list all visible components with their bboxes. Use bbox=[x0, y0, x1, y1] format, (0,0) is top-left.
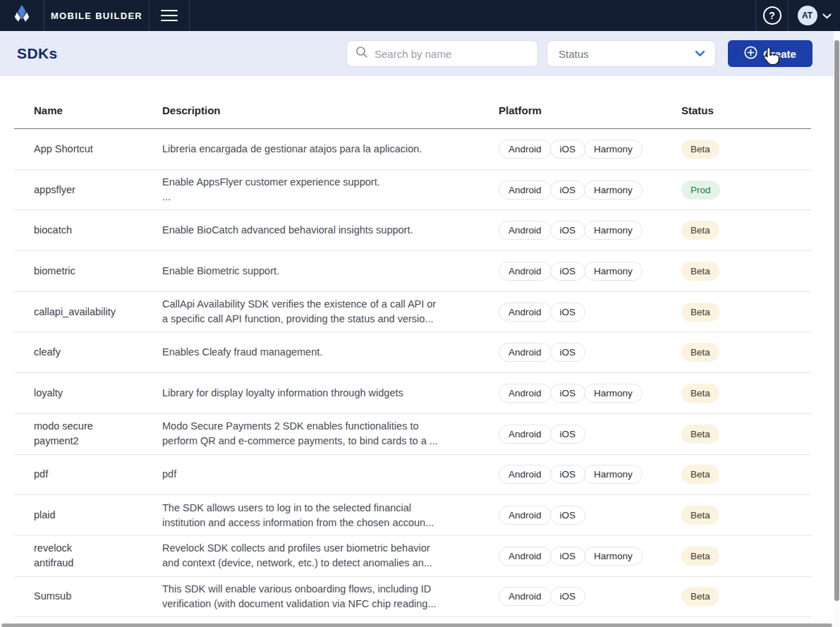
status-badge: Beta bbox=[681, 140, 719, 159]
sdk-name: Sumsub bbox=[14, 589, 162, 604]
search-box bbox=[346, 40, 538, 67]
search-input[interactable] bbox=[375, 48, 529, 60]
platform-chip-android: Android bbox=[499, 303, 552, 322]
platform-chips: AndroidiOSHarmony bbox=[499, 181, 681, 200]
sdk-description: Enable BioCatch advanced behavioral insi… bbox=[162, 223, 499, 238]
table-row[interactable]: loyalty Library for display loyalty info… bbox=[14, 373, 811, 414]
status-filter-select[interactable]: Status bbox=[547, 40, 716, 67]
status-badge: Beta bbox=[681, 587, 719, 606]
platform-chip-android: Android bbox=[499, 140, 552, 159]
platform-chips: AndroidiOSHarmony bbox=[499, 465, 681, 484]
sdk-name: plaid bbox=[14, 508, 162, 523]
navbar-spacer bbox=[190, 0, 755, 31]
platform-chip-ios: iOS bbox=[550, 425, 586, 444]
platform-chip-android: Android bbox=[499, 547, 552, 566]
platform-chip-android: Android bbox=[499, 587, 552, 606]
gem-logo-icon bbox=[12, 4, 32, 28]
toggle-knob bbox=[738, 395, 752, 409]
table-row[interactable]: biometric Enable Biometric support. Andr… bbox=[14, 251, 811, 292]
horizontal-scrollbar[interactable] bbox=[0, 623, 840, 627]
sdk-name: modo secure payment2 bbox=[14, 419, 162, 449]
toggle-knob bbox=[738, 273, 752, 287]
platform-chip-harmony: Harmony bbox=[584, 465, 643, 484]
toggle-knob bbox=[738, 558, 752, 572]
toggle-knob bbox=[738, 314, 752, 328]
status-filter-label: Status bbox=[559, 48, 589, 60]
vertical-scrollbar[interactable] bbox=[834, 31, 840, 627]
sdk-description: pdf bbox=[162, 467, 499, 482]
platform-chips: AndroidiOS bbox=[499, 425, 681, 444]
page-header: SDKs Status Create bbox=[0, 31, 840, 76]
platform-chips: AndroidiOSHarmony bbox=[499, 262, 681, 281]
toggle-knob bbox=[738, 599, 752, 613]
sdk-name: revelock antifraud bbox=[14, 541, 162, 571]
menu-button[interactable] bbox=[150, 0, 189, 31]
platform-chip-android: Android bbox=[499, 262, 552, 281]
status-badge: Beta bbox=[681, 465, 719, 484]
platform-chip-android: Android bbox=[499, 343, 552, 362]
sdk-name: biocatch bbox=[14, 223, 162, 238]
sdk-table-header: Name Description Platform Status bbox=[14, 76, 811, 129]
brand-title: MOBILE BUILDER bbox=[44, 0, 149, 31]
sdk-table-body: App Shortcut Libreria encargada de gesti… bbox=[14, 129, 811, 617]
status-badge: Beta bbox=[681, 384, 719, 403]
table-row[interactable]: cleafy Enables Cleafy fraud management. … bbox=[14, 332, 811, 373]
status-badge: Beta bbox=[681, 506, 719, 525]
help-icon: ? bbox=[763, 6, 781, 25]
sdk-name: callapi_availability bbox=[14, 305, 162, 319]
user-menu[interactable]: AT bbox=[789, 0, 840, 31]
platform-chips: AndroidiOSHarmony bbox=[499, 140, 681, 159]
table-row[interactable]: App Shortcut Libreria encargada de gesti… bbox=[14, 129, 811, 170]
status-badge: Beta bbox=[681, 221, 719, 240]
status-badge: Beta bbox=[681, 262, 719, 281]
platform-chip-android: Android bbox=[499, 465, 552, 484]
create-button[interactable]: Create bbox=[728, 40, 812, 67]
sdk-description: Enable Biometric support. bbox=[162, 264, 499, 279]
help-button[interactable]: ? bbox=[756, 0, 788, 31]
platform-chip-android: Android bbox=[499, 384, 552, 403]
platform-chips: AndroidiOSHarmony bbox=[499, 384, 681, 403]
table-row[interactable]: plaid The SDK allows users to log in to … bbox=[14, 495, 811, 536]
horizontal-scrollbar-thumb[interactable] bbox=[1, 623, 832, 627]
sdk-name: App Shortcut bbox=[14, 142, 162, 157]
platform-chip-ios: iOS bbox=[550, 465, 586, 484]
table-row[interactable]: pdf pdf AndroidiOSHarmony Beta bbox=[14, 455, 811, 496]
sdk-name: loyalty bbox=[14, 386, 162, 401]
platform-chip-ios: iOS bbox=[550, 587, 586, 606]
sdk-description: Revelock SDK collects and profiles user … bbox=[162, 541, 499, 571]
column-header-name: Name bbox=[14, 104, 162, 116]
platform-chip-android: Android bbox=[499, 221, 552, 240]
platform-chip-android: Android bbox=[499, 425, 552, 444]
platform-chip-ios: iOS bbox=[550, 384, 586, 403]
table-row[interactable]: modo secure payment2 Modo Secure Payment… bbox=[14, 414, 811, 455]
platform-chip-android: Android bbox=[499, 506, 552, 525]
platform-chips: AndroidiOS bbox=[499, 587, 681, 606]
table-row[interactable]: Sumsub This SDK will enable various onbo… bbox=[14, 577, 811, 618]
table-row[interactable]: appsflyer Enable AppsFlyer customer expe… bbox=[14, 170, 811, 211]
search-icon bbox=[355, 46, 368, 61]
toggle-knob bbox=[738, 477, 752, 491]
brand-logo[interactable] bbox=[0, 0, 44, 31]
sdk-description: The SDK allows users to log in to the se… bbox=[162, 501, 499, 530]
top-navbar: MOBILE BUILDER ? AT bbox=[0, 0, 840, 31]
plus-circle-icon bbox=[744, 46, 757, 61]
platform-chip-harmony: Harmony bbox=[584, 262, 643, 281]
vertical-scrollbar-thumb[interactable] bbox=[834, 40, 839, 601]
sdk-name: appsflyer bbox=[14, 183, 162, 197]
table-row[interactable]: revelock antifraud Revelock SDK collects… bbox=[14, 536, 811, 577]
platform-chip-ios: iOS bbox=[550, 343, 586, 362]
platform-chip-ios: iOS bbox=[550, 506, 586, 525]
table-row[interactable]: callapi_availability CallApi Availabilit… bbox=[14, 292, 811, 333]
hamburger-icon bbox=[161, 10, 178, 21]
create-button-label: Create bbox=[763, 48, 796, 60]
platform-chip-ios: iOS bbox=[550, 221, 586, 240]
platform-chip-ios: iOS bbox=[550, 262, 586, 281]
platform-chip-harmony: Harmony bbox=[584, 547, 643, 566]
chevron-down-icon bbox=[822, 9, 832, 22]
status-badge: Beta bbox=[681, 547, 719, 566]
toggle-knob bbox=[738, 192, 752, 206]
table-row[interactable]: biocatch Enable BioCatch advanced behavi… bbox=[14, 210, 811, 251]
platform-chip-ios: iOS bbox=[550, 547, 586, 566]
avatar: AT bbox=[798, 6, 817, 25]
sdk-description: This SDK will enable various onboarding … bbox=[162, 582, 499, 611]
